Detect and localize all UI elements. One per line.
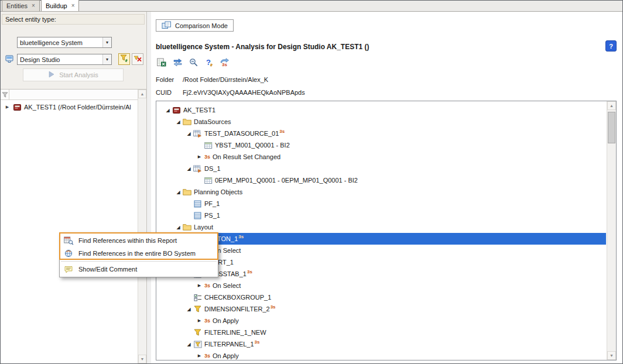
excel-export-icon[interactable] xyxy=(156,57,167,67)
tree-row-label: DS_1 xyxy=(204,165,221,172)
tab-buildup[interactable]: Buildup × xyxy=(41,0,80,11)
tree-row-label: PS_1 xyxy=(204,212,220,219)
tree-row[interactable]: ◢TEST_DATASOURCE_013s xyxy=(157,128,606,139)
play-icon xyxy=(48,71,55,79)
entity-list-item[interactable]: ▶ AK_TEST1 (/Root Folder/Dürrstein/Al xyxy=(1,101,138,113)
entity-result-list: ▶ AK_TEST1 (/Root Folder/Dürrstein/Al ▲ … xyxy=(1,89,146,363)
tree-scrollbar[interactable]: ▲ ▼ xyxy=(607,101,616,360)
start-analysis-button[interactable]: Start Analysis xyxy=(23,68,124,81)
tree-row[interactable]: ▶3sOn Apply xyxy=(157,315,606,327)
design-studio-icon xyxy=(4,54,15,64)
chevron-down-icon[interactable]: ▾ xyxy=(102,37,111,47)
tree-row-label: FILTERPANEL_1 xyxy=(204,341,254,348)
entity-type-dropdown[interactable]: Design Studio ▾ xyxy=(17,54,112,65)
tree-row[interactable]: ◢Layout xyxy=(157,221,606,233)
collapse-icon[interactable]: ◢ xyxy=(174,190,182,195)
comparison-mode-button[interactable]: Comparison Mode xyxy=(156,19,234,32)
app-red-icon xyxy=(12,104,22,111)
collapse-icon[interactable]: ◢ xyxy=(185,307,193,312)
expand-icon[interactable]: ▶ xyxy=(196,318,203,323)
left-scrollbar[interactable]: ▲ ▼ xyxy=(138,90,146,363)
tree-row[interactable]: ◢AK_TEST1 xyxy=(157,104,606,116)
context-menu-item-label: Find References in the entire BO System xyxy=(78,250,196,257)
globe-search-icon xyxy=(64,249,74,257)
tree-row[interactable]: CHART_1 xyxy=(157,256,606,268)
context-menu-item-label: Show/Edit Comment xyxy=(78,266,137,273)
tree-row[interactable]: ▶3sOn Apply xyxy=(157,350,606,359)
folder-icon xyxy=(182,118,192,125)
collapse-icon[interactable]: ◢ xyxy=(185,342,193,347)
expand-icon[interactable]: ▶ xyxy=(4,105,11,109)
scroll-up-icon[interactable]: ▲ xyxy=(138,90,146,98)
chevron-down-icon[interactable]: ▾ xyxy=(102,54,111,64)
tree-row-label: On Apply xyxy=(213,352,239,359)
context-menu-item[interactable]: Show/Edit Comment xyxy=(60,263,218,276)
collapse-icon[interactable]: ◢ xyxy=(174,225,182,230)
tree-row[interactable]: PF_1 xyxy=(157,198,606,210)
tree-row[interactable]: ◢FILTERPANEL_13s xyxy=(157,338,606,350)
analysis-toolbar: ?3s xyxy=(156,56,231,68)
column-filter-icon[interactable] xyxy=(1,90,9,99)
clear-filter-icon xyxy=(134,55,142,64)
zoom-icon[interactable] xyxy=(187,57,199,67)
tree-row[interactable]: YBST_M001_Q0001 - BI2 xyxy=(157,139,606,151)
collapse-icon[interactable]: ◢ xyxy=(164,108,172,113)
collapse-icon[interactable]: ◢ xyxy=(185,166,193,171)
tree-row[interactable]: 0EPM_MP01_Q0001 - 0EPM_MP01_Q0001 - BI2 xyxy=(157,174,606,186)
expand-icon[interactable]: ▶ xyxy=(196,283,203,288)
tree-row-label: FILTERLINE_1_NEW xyxy=(204,329,266,336)
help-edit-icon[interactable]: ? xyxy=(203,57,215,67)
tree-row[interactable]: ▶3sOn Select xyxy=(157,245,606,256)
folder-row: Folder /Root Folder/Dürrstein/Alex_K xyxy=(156,76,268,83)
tree-row[interactable]: FILTERLINE_1_NEW xyxy=(157,327,606,338)
tree-row-label: CHECKBOXGROUP_1 xyxy=(204,294,271,301)
tab-close-icon[interactable]: × xyxy=(71,3,75,9)
app-window: Entities × Buildup × Select entity type:… xyxy=(0,0,623,364)
context-menu-item[interactable]: Find References within this Report xyxy=(60,234,218,247)
script-3s-badge: 3s xyxy=(204,318,210,324)
entity-type-header: Select entity type: xyxy=(2,14,145,25)
tree-row[interactable]: ◢DS_1 xyxy=(157,163,606,174)
tree-row[interactable]: PS_1 xyxy=(157,210,606,221)
tree-row[interactable]: CHECKBOXGROUP_1 xyxy=(157,291,606,303)
tree-row[interactable]: ◢CROSSTAB_13s xyxy=(157,268,606,280)
svg-text:3s: 3s xyxy=(222,62,227,67)
scroll-up-icon[interactable]: ▲ xyxy=(607,101,616,110)
entity-type-dropdown-value: Design Studio xyxy=(18,56,102,63)
tree-row-label: On Select xyxy=(213,282,241,289)
clear-filter-button[interactable] xyxy=(132,53,143,65)
scroll-down-icon[interactable]: ▼ xyxy=(138,355,146,363)
script-count-badge: 3s xyxy=(238,234,244,239)
tab-entities[interactable]: Entities × xyxy=(2,0,40,11)
filter-edit-icon xyxy=(120,54,129,64)
transport-icon[interactable] xyxy=(172,57,183,67)
collapse-icon[interactable]: ◢ xyxy=(174,119,182,125)
tab-close-icon[interactable]: × xyxy=(32,3,35,9)
tree-row[interactable]: ◢Planning Objects xyxy=(157,186,606,198)
script-3s-badge: 3s xyxy=(204,283,210,289)
expand-icon[interactable]: ▶ xyxy=(196,353,203,358)
folder-icon xyxy=(182,224,192,231)
folder-icon xyxy=(182,188,192,195)
collapse-icon[interactable]: ◢ xyxy=(185,131,193,136)
panel-splitter[interactable] xyxy=(147,12,151,363)
help-button[interactable]: ? xyxy=(605,40,617,51)
list-header xyxy=(1,90,138,100)
tree-row-label: On Result Set Changed xyxy=(213,153,280,160)
scroll-down-icon[interactable]: ▼ xyxy=(607,351,616,360)
tree-row-label: Layout xyxy=(194,224,213,231)
tree-row[interactable]: ◢BUTTON_13s xyxy=(157,233,606,245)
script-count-badge: 3s xyxy=(255,339,260,345)
filter-edit-button[interactable] xyxy=(118,53,130,65)
tree-row[interactable]: ▶3sOn Result Set Changed xyxy=(157,151,606,163)
system-dropdown-value: bluetelligence System xyxy=(18,39,102,46)
system-dropdown[interactable]: bluetelligence System ▾ xyxy=(17,37,112,48)
tree-row[interactable]: ◢DIMENSIONFILTER_23s xyxy=(157,303,606,315)
scrollbar-thumb[interactable] xyxy=(608,112,615,143)
context-menu-item[interactable]: Find References in the entire BO System xyxy=(60,247,218,260)
tree-row[interactable]: ◢DataSources xyxy=(157,116,606,128)
tab-strip: Entities × Buildup × xyxy=(1,1,622,12)
tree-row[interactable]: ▶3sOn Select xyxy=(157,280,606,291)
expand-icon[interactable]: ▶ xyxy=(196,154,203,159)
script-3s-icon[interactable]: 3s xyxy=(219,57,231,67)
